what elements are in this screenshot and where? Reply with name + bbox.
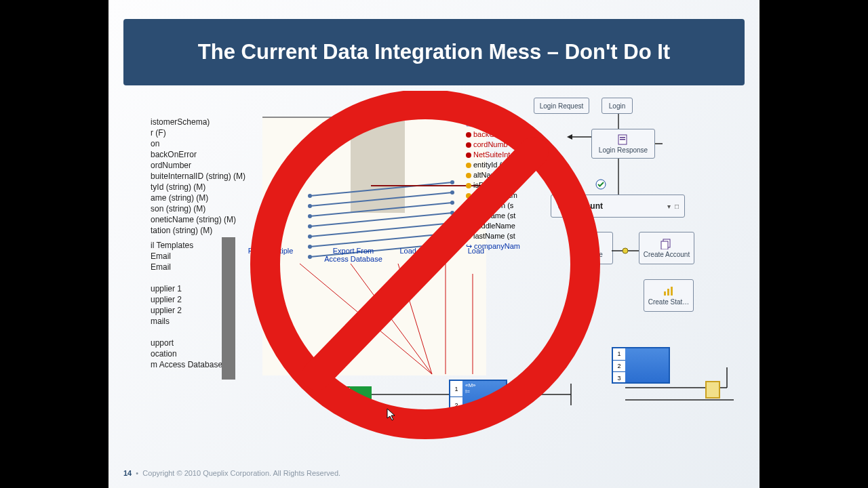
action-3: Load Into Mo…	[398, 247, 452, 255]
svg-rect-31	[620, 137, 625, 138]
svg-point-8	[308, 204, 312, 208]
svg-point-9	[308, 214, 312, 218]
gear-icon	[557, 201, 568, 211]
svg-point-13	[308, 255, 312, 259]
svg-marker-28	[567, 134, 572, 140]
svg-point-15	[450, 190, 454, 195]
svg-point-16	[450, 201, 454, 205]
title-bar: The Current Data Integration Mess – Don'…	[123, 19, 745, 85]
page-number: 14	[123, 469, 132, 477]
footer: 14 • Copyright © 2010 Queplix Corporatio…	[123, 469, 340, 477]
svg-point-10	[308, 224, 312, 228]
left-list: il Templates Email Email upplier 1 uppli…	[151, 240, 232, 370]
edit-icon	[586, 239, 598, 249]
slide: The Current Data Integration Mess – Don'…	[108, 0, 760, 488]
svg-point-11	[308, 235, 312, 239]
box-login-resp: Login Response	[591, 129, 655, 159]
action-1: From Multiple Files	[247, 247, 294, 263]
sim-block-3port: 1 2 3	[612, 347, 670, 384]
sim-block-small-2	[350, 386, 372, 403]
sim-block-main: 1 2 «M»!=	[449, 380, 507, 413]
svg-rect-32	[620, 139, 625, 140]
sim-terminator	[705, 381, 720, 399]
document-copy-icon	[660, 239, 673, 249]
svg-rect-42	[671, 287, 673, 296]
copyright: Copyright © 2010 Queplix Corporation. Al…	[142, 469, 340, 477]
svg-point-35	[561, 205, 564, 207]
box-source: Source	[571, 232, 613, 264]
cursor-icon	[387, 408, 397, 422]
box-login: Login	[601, 98, 633, 114]
slide-title: The Current Data Integration Mess – Don'…	[198, 40, 670, 64]
svg-point-17	[450, 211, 454, 215]
box-create-account: Create Account	[639, 232, 694, 264]
mapping-panel	[262, 117, 486, 375]
slide-body: istomerSchema) r (F) on backOnError ordN…	[123, 96, 745, 449]
svg-point-14	[450, 180, 454, 184]
svg-point-7	[308, 194, 312, 198]
svg-rect-40	[664, 291, 666, 296]
scrollbar	[222, 237, 235, 380]
svg-point-12	[308, 245, 312, 249]
svg-point-18	[450, 221, 454, 225]
sim-block-small-1	[327, 386, 351, 405]
check-icon	[595, 179, 606, 190]
panel-account: Account ▾ □	[551, 195, 685, 218]
svg-rect-41	[667, 289, 669, 296]
action-2: Export From Access Database	[320, 247, 387, 263]
document-icon	[617, 134, 629, 145]
box-login-req: Login Request	[534, 98, 589, 114]
box-create-stat: Create Stat…	[644, 279, 694, 312]
svg-rect-39	[661, 241, 668, 249]
svg-point-19	[450, 231, 454, 235]
bar-chart-icon	[663, 286, 675, 297]
field-tree: ▣ ▲ cust… backOnEr cordNumb NetSuiteInt …	[466, 118, 534, 251]
svg-point-20	[450, 241, 454, 245]
svg-point-37	[623, 248, 628, 253]
schema-text: istomerSchema) r (F) on backOnError ordN…	[151, 117, 273, 236]
